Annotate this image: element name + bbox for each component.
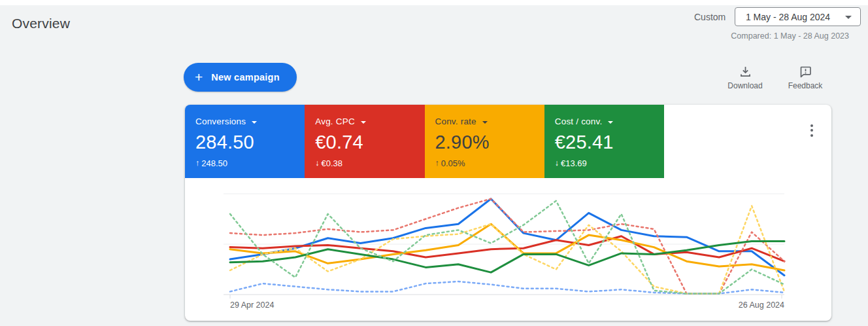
download-icon [719, 65, 771, 79]
x-axis-label-end: 26 Aug 2024 [739, 300, 784, 310]
header-bar [0, 0, 868, 5]
x-axis-label-start: 29 Apr 2024 [230, 300, 274, 310]
feedback-button[interactable]: Feedback [779, 65, 831, 90]
chart-line-conv-rate-previous [230, 206, 784, 294]
new-campaign-button[interactable]: + New campaign [184, 63, 297, 92]
new-campaign-label: New campaign [211, 72, 280, 82]
date-range-value: 1 May - 28 Aug 2024 [746, 12, 830, 22]
compared-date-range: Compared: 1 May - 28 Aug 2023 [731, 31, 849, 41]
overview-chart: 29 Apr 2024 26 Aug 2024 [185, 105, 831, 321]
chevron-down-icon [845, 16, 852, 19]
page-title: Overview [12, 16, 70, 31]
date-range-type-label: Custom [694, 12, 726, 22]
plus-icon: + [195, 70, 203, 84]
date-range-dropdown[interactable]: 1 May - 28 Aug 2024 [735, 7, 861, 26]
chart-line-conversions-previous [230, 281, 784, 294]
download-label: Download [719, 81, 771, 90]
feedback-icon [779, 65, 831, 79]
download-button[interactable]: Download [719, 65, 771, 90]
overview-chart-card: Conversions 284.50 ↑ 248.50 Avg. CPC €0.… [185, 105, 831, 321]
feedback-label: Feedback [779, 81, 831, 90]
